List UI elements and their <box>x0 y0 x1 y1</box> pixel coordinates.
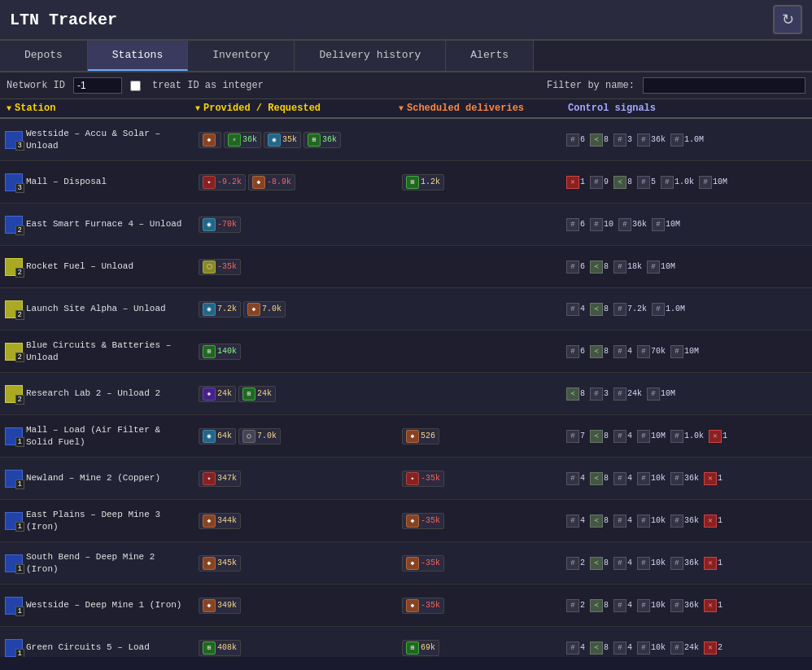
provided-cell: ◆345k <box>195 554 399 573</box>
station-name[interactable]: South Bend – Deep Mine 2 (Iron) <box>26 551 190 575</box>
item-chip: ◆526 <box>402 428 439 444</box>
station-icon-blue: 3 <box>5 131 23 149</box>
station-name[interactable]: Rocket Fuel – Unload <box>26 261 133 272</box>
control-value: 4 <box>627 474 632 483</box>
station-name[interactable]: Mall – Disposal <box>26 176 107 187</box>
control-chip: #6 <box>565 344 587 359</box>
control-cell: #6≺8#18k#10M <box>561 258 781 276</box>
table-row[interactable]: 2East Smart Furnace 4 – Unload◉-70k#6#10… <box>0 204 812 246</box>
filter-name-input[interactable] <box>643 77 805 94</box>
control-value: 10k <box>651 601 666 610</box>
station-name[interactable]: Green Circuits 5 – Load <box>26 642 150 653</box>
station-name[interactable]: Blue Circuits & Batteries – Unload <box>26 339 190 363</box>
control-value: 1 <box>580 177 585 186</box>
tab-stations[interactable]: Stations <box>88 41 188 71</box>
tab-inventory[interactable]: Inventory <box>188 41 295 71</box>
control-chip: #10k <box>635 514 667 528</box>
control-value: 4 <box>580 304 585 313</box>
station-sort-arrow: ▼ <box>7 104 11 113</box>
control-value: 4 <box>580 516 585 525</box>
station-name[interactable]: Launch Site Alpha – Unload <box>26 303 166 314</box>
item-value: 36k <box>242 135 257 144</box>
provided-cell: ⊞408k <box>195 638 399 658</box>
table-row[interactable]: 2Launch Site Alpha – Unload◉7.2k◆7.0k#4≺… <box>0 288 812 331</box>
control-cell: #4≺8#7.2k#1.0M <box>561 300 781 318</box>
control-value: 7.2k <box>627 304 647 313</box>
control-chip: #18k <box>612 260 644 274</box>
station-cell: 1Green Circuits 5 – Load <box>0 636 195 658</box>
treat-id-checkbox[interactable] <box>130 81 141 91</box>
control-value: 2 <box>580 601 585 610</box>
station-icon-yellow: 2 <box>5 300 23 318</box>
control-value: 10M <box>661 262 675 271</box>
control-chip: #7 <box>565 429 587 444</box>
station-icon-yellow: 2 <box>5 385 23 403</box>
network-id-input[interactable] <box>73 77 122 94</box>
control-chip: ≺8 <box>588 344 610 359</box>
col-header-station[interactable]: ▼ Station <box>0 103 195 114</box>
tab-delivery-history[interactable]: Delivery history <box>295 41 446 71</box>
control-value: 2 <box>718 643 723 652</box>
tab-bar: Depots Stations Inventory Delivery histo… <box>0 41 812 72</box>
control-chip: ≺8 <box>588 556 610 571</box>
control-chip: ≺8 <box>588 260 610 274</box>
item-value: -35k <box>421 558 440 567</box>
item-chip: ◆ <box>199 132 221 148</box>
provided-cell: ⬡-35k <box>195 257 399 277</box>
control-value: 1 <box>718 558 723 567</box>
table-row[interactable]: 3Mall – Disposal✦-9.2k◆-8.9k⊞1.2k✕1#9≺8#… <box>0 161 812 204</box>
station-name[interactable]: Research Lab 2 – Unload 2 <box>26 388 160 399</box>
control-chip: ≺8 <box>588 641 610 655</box>
control-chip: #6 <box>565 133 587 147</box>
control-value: 10k <box>651 516 666 525</box>
station-badge: 2 <box>15 310 24 320</box>
station-badge: 1 <box>15 522 24 532</box>
station-icon-blue: 1 <box>5 427 23 445</box>
table-row[interactable]: 2Research Lab 2 – Unload 2◈24k⊞24k≺8#3#2… <box>0 373 812 415</box>
control-value: 10k <box>651 558 666 567</box>
station-icon-blue: 1 <box>5 597 23 615</box>
control-chip: ≺8 <box>588 429 610 444</box>
col-header-scheduled[interactable]: ▼ Scheduled deliveries <box>399 103 561 114</box>
provided-cell: ◆⚡36k◉35k⊞36k <box>195 130 399 150</box>
control-value: 36k <box>684 474 699 483</box>
item-value: -35k <box>421 474 440 483</box>
control-value: 4 <box>580 474 585 483</box>
control-value: 1.0k <box>684 431 704 440</box>
station-cell: 1South Bend – Deep Mine 2 (Iron) <box>0 548 195 578</box>
station-name[interactable]: East Plains – Deep Mine 3 (Iron) <box>26 509 190 532</box>
control-value: 8 <box>604 643 609 652</box>
station-name[interactable]: East Smart Furnace 4 – Unload <box>26 218 181 230</box>
station-name[interactable]: Westside – Deep Mine 1 (Iron) <box>26 599 181 611</box>
table-row[interactable]: 2Rocket Fuel – Unload⬡-35k#6≺8#18k#10M <box>0 246 812 288</box>
control-value: 1 <box>718 601 723 610</box>
provided-cell: ◉-70k <box>195 215 399 234</box>
control-chip: #10M <box>645 387 677 401</box>
control-cell: #6≺8#3#36k#1.0M <box>561 131 781 149</box>
provided-sort-arrow: ▼ <box>195 104 200 113</box>
tab-alerts[interactable]: Alerts <box>446 41 534 71</box>
station-name[interactable]: Westside – Accu & Solar – Unload <box>26 128 190 151</box>
station-name[interactable]: Newland – Mine 2 (Copper) <box>26 472 160 484</box>
table-row[interactable]: 1Westside – Deep Mine 1 (Iron)◆349k◆-35k… <box>0 585 812 627</box>
table-row[interactable]: 1East Plains – Deep Mine 3 (Iron)◆344k◆-… <box>0 500 812 542</box>
table-row[interactable]: 1Newland – Mine 2 (Copper)✦347k✦-35k#4≺8… <box>0 458 812 500</box>
table-row[interactable]: 2Blue Circuits & Batteries – Unload⊞140k… <box>0 331 812 373</box>
control-chip: #6 <box>565 260 587 274</box>
control-chip: #24k <box>612 387 644 401</box>
control-value: 4 <box>627 516 632 525</box>
item-chip: ◉35k <box>264 132 301 148</box>
station-name[interactable]: Mall – Load (Air Filter & Solid Fuel) <box>26 424 190 448</box>
col-header-provided[interactable]: ▼ Provided / Requested <box>195 103 399 114</box>
control-chip: #36k <box>669 514 701 528</box>
table-row[interactable]: 1Mall – Load (Air Filter & Solid Fuel)◉6… <box>0 415 812 458</box>
table-row[interactable]: 1Green Circuits 5 – Load⊞408k⊞69k#4≺8#4#… <box>0 627 812 657</box>
tab-depots[interactable]: Depots <box>0 41 88 71</box>
refresh-button[interactable]: ↻ <box>773 5 802 34</box>
scheduled-cell <box>399 392 561 396</box>
station-cell: 1Westside – Deep Mine 1 (Iron) <box>0 593 195 618</box>
table-row[interactable]: 3Westside – Accu & Solar – Unload◆⚡36k◉3… <box>0 119 812 161</box>
table-row[interactable]: 1South Bend – Deep Mine 2 (Iron)◆345k◆-3… <box>0 542 812 585</box>
item-chip: ◆345k <box>199 555 241 571</box>
control-chip: ✕2 <box>702 641 724 655</box>
